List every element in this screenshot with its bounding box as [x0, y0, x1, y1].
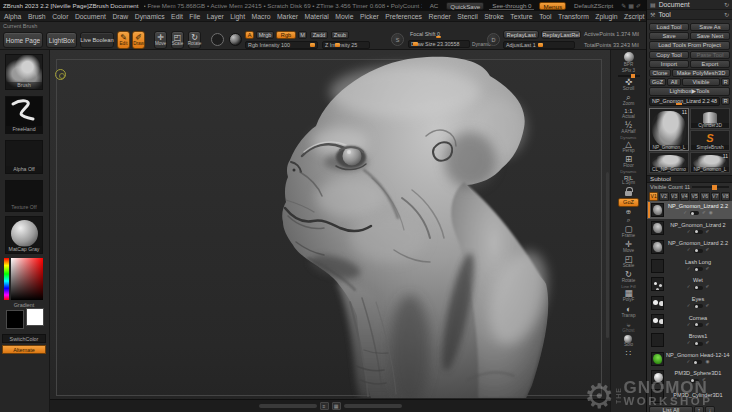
draw-size-slider[interactable]: Draw Size 23.30558	[408, 40, 470, 48]
goz-button[interactable]: GoZ	[649, 78, 666, 86]
texture-selector[interactable]: Texture Off	[5, 180, 43, 212]
main-color-swatch[interactable]	[6, 310, 24, 329]
brush-icon[interactable]: ✐	[636, 3, 643, 9]
scale-3d-button[interactable]: ◰Scale	[623, 255, 635, 269]
goz-r-button[interactable]: R	[721, 78, 730, 86]
menu-item-document[interactable]: Document	[75, 13, 106, 20]
menu-item-layer[interactable]: Layer	[207, 13, 224, 20]
menu-item-edit[interactable]: Edit	[171, 13, 183, 20]
subtool-row[interactable]: Lash Long ✓✐	[647, 256, 732, 275]
ghost-button[interactable]: ◒Ghost	[622, 320, 634, 334]
document-viewport[interactable]: ≡ ▦	[50, 50, 610, 412]
subtool-row[interactable]: PM3D_Sphere3D1 ✐	[647, 368, 732, 387]
rgb-intensity-slider[interactable]: Rgb Intensity 100	[245, 41, 318, 49]
tab-v2[interactable]: V2	[659, 192, 668, 201]
paste-tool-button[interactable]: Paste Tool	[690, 51, 730, 59]
polyframe-button[interactable]: Line Fill▦PolyF	[621, 285, 635, 303]
eye-icon[interactable]: ◉	[709, 211, 713, 216]
menu-item-texture[interactable]: Texture	[510, 13, 532, 20]
tool-thumb-cylinder[interactable]: Cylinder3D	[690, 108, 730, 129]
list-all-button[interactable]: List All	[649, 406, 693, 412]
menu-item-draw[interactable]: Draw	[112, 13, 128, 20]
tab-v5[interactable]: V5	[690, 192, 699, 201]
rgb-toggle[interactable]: Rgb	[276, 31, 296, 39]
document-refresh-icon[interactable]: ↻	[724, 1, 729, 8]
zsub-toggle[interactable]: Zsub	[331, 31, 349, 39]
switch-color-button[interactable]: SwitchColor	[2, 334, 46, 343]
tray-menu-icon[interactable]: ≡	[320, 402, 329, 410]
menu-item-preferences[interactable]: Preferences	[385, 13, 422, 20]
visibility-toggle[interactable]	[690, 379, 699, 383]
menu-item-light[interactable]: Light	[230, 13, 245, 20]
subtool-row[interactable]: NP_Gnomon_Lizard 2.2 ✓✐	[647, 238, 732, 257]
ac-button[interactable]: AC	[427, 2, 442, 10]
scale-mode-button[interactable]: ◰ Scale	[171, 31, 184, 49]
material-selector[interactable]: MatCap Gray	[5, 216, 43, 254]
subtool-section-header[interactable]: Subtool	[647, 175, 732, 183]
load-tool-button[interactable]: Load Tool	[649, 23, 689, 31]
solo-button[interactable]: Solo	[624, 335, 633, 348]
secondary-color-swatch[interactable]	[26, 308, 44, 326]
visibility-toggle[interactable]	[694, 286, 703, 290]
depth-dial[interactable]: D	[487, 33, 500, 46]
zoom-button[interactable]: ⌕Zoom	[623, 93, 635, 107]
lock-button[interactable]	[625, 187, 632, 196]
paint-icon[interactable]: ✐	[702, 211, 706, 216]
material-sphere-toggle[interactable]	[229, 33, 242, 46]
rotate-mode-button[interactable]: ↻ Rotate	[188, 31, 201, 49]
load-tools-from-project-button[interactable]: Load Tools From Project	[649, 41, 730, 49]
menu-item-zplugin[interactable]: Zplugin	[595, 13, 617, 20]
make-polymesh3d-button[interactable]: Make PolyMesh3D	[672, 69, 730, 77]
menu-item-transform[interactable]: Transform	[558, 13, 589, 20]
grid-button[interactable]: ∷	[626, 349, 631, 358]
adjust-last-slider[interactable]: AdjustLast 1	[503, 41, 575, 49]
menu-item-tool[interactable]: Tool	[539, 13, 551, 20]
tab-v1[interactable]: V1	[649, 192, 658, 201]
subtool-row[interactable]: NP_Gnomon_Lizard 2 ✓✐	[647, 219, 732, 238]
m-toggle[interactable]: M	[298, 31, 307, 39]
goz-visible-button[interactable]: Visible	[682, 78, 720, 86]
save-as-button[interactable]: Save As	[690, 23, 730, 31]
visibility-toggle[interactable]	[694, 323, 703, 327]
grid-icon[interactable]: ▦	[628, 3, 636, 9]
subtool-row[interactable]: NP_Gnomon_Lizard 2.2 ✓✐◉	[647, 201, 732, 220]
live-boolean-toggle[interactable]: Live Boolean	[80, 32, 114, 48]
visibility-toggle[interactable]	[694, 267, 703, 271]
see-through-slider[interactable]: See-through 0	[489, 2, 534, 10]
visibility-toggle[interactable]	[694, 304, 703, 308]
tool-refresh-icon[interactable]: ↻	[724, 11, 729, 18]
sculpture-3d-model[interactable]	[50, 50, 606, 398]
zadd-toggle[interactable]: Zadd	[310, 31, 328, 39]
visibility-toggle[interactable]	[693, 360, 702, 364]
menu-item-picker[interactable]: Picker	[360, 13, 379, 20]
visible-count-slider[interactable]: Visible Count 11	[647, 183, 732, 192]
menu-item-macro[interactable]: Macro	[252, 13, 271, 20]
subtool-row[interactable]: PM3D_Cylinder3D1	[647, 386, 732, 405]
stroke-selector[interactable]: FreeHand	[5, 96, 43, 134]
floor-button[interactable]: ⊞Floor	[623, 155, 633, 169]
draw-mode-button[interactable]: ✐ Draw	[132, 31, 145, 49]
replay-last-rel-button[interactable]: ReplayLastRel	[541, 30, 581, 39]
persp-button[interactable]: Dynamic△Persp	[620, 136, 636, 154]
tray-divider-right[interactable]	[344, 404, 402, 408]
mrgb-toggle[interactable]: Mrgb	[256, 31, 274, 39]
tool-thumb-active[interactable]: 11 NP_Gnomon_L	[649, 108, 689, 151]
import-button[interactable]: Import	[649, 60, 689, 68]
tray-grid-icon[interactable]: ▦	[332, 402, 341, 410]
subtool-up-button[interactable]: ↑	[694, 406, 704, 412]
tab-v7[interactable]: V7	[711, 192, 720, 201]
menu-item-marker[interactable]: Marker	[277, 13, 298, 20]
save-button[interactable]: Save	[649, 32, 689, 40]
scroll-button[interactable]: ✜Scroll	[623, 78, 635, 92]
tool-thumb-gnomon[interactable]: 11 NP_Gnomon_L	[690, 152, 730, 173]
menu-item-dynamics[interactable]: Dynamics	[135, 13, 165, 20]
tray-divider-left[interactable]	[259, 404, 317, 408]
tab-v4[interactable]: V4	[680, 192, 689, 201]
subtool-down-button[interactable]: ↓	[705, 406, 715, 412]
save-next-button[interactable]: Save Next	[690, 32, 730, 40]
transp-button[interactable]: ◐Transp	[621, 305, 635, 319]
menu-item-file[interactable]: File	[189, 13, 200, 20]
move-mode-button[interactable]: ✛ Move	[154, 31, 167, 49]
subtool-row[interactable]: Brows1 ✓✐	[647, 331, 732, 350]
tab-v3[interactable]: V3	[670, 192, 679, 201]
